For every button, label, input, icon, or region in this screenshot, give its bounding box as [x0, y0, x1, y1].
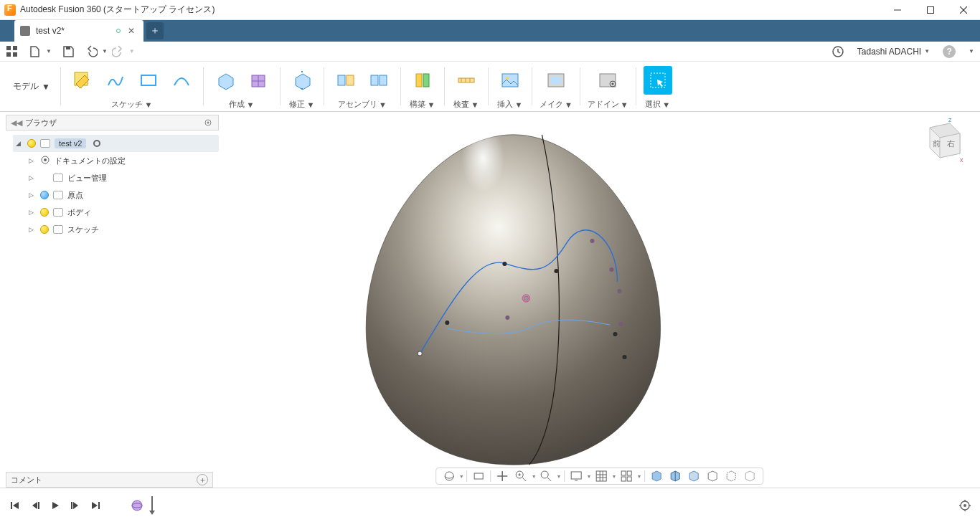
undo-button[interactable] [85, 45, 98, 58]
viewcube-right-label: 右 [947, 139, 955, 148]
tree-item-views[interactable]: ▷ ビュー管理 [13, 169, 219, 186]
expand-icon[interactable]: ▷ [29, 191, 36, 199]
save-button[interactable] [62, 45, 75, 58]
maximize-button[interactable] [914, 0, 947, 20]
construct-plane-button[interactable] [408, 66, 437, 95]
timeline-end-button[interactable] [89, 499, 102, 512]
expand-icon[interactable]: ▷ [29, 209, 36, 216]
wireframe-hidden-button[interactable] [722, 469, 740, 483]
ribbon-group-sketch: スケッチ▼ [64, 62, 200, 111]
expand-icon[interactable]: ◢ [16, 140, 23, 147]
svg-rect-19 [416, 74, 422, 87]
job-status-button[interactable] [831, 45, 844, 58]
insert-decal-button[interactable] [496, 66, 524, 95]
timeline-playhead-icon[interactable] [149, 496, 156, 515]
tree-root[interactable]: ◢ test v2 [13, 135, 219, 152]
activate-radio-icon[interactable] [93, 140, 100, 147]
svg-rect-1 [928, 6, 934, 13]
titlebar: Autodesk Fusion 360 (スタートアップ ライセンス) [0, 0, 980, 20]
svg-rect-73 [71, 502, 72, 509]
visibility-icon[interactable] [40, 191, 49, 199]
help-button[interactable]: ? [943, 45, 956, 58]
ribbon-group-select: 選択▼ [639, 62, 677, 111]
timeline-settings-button[interactable] [958, 499, 971, 512]
document-tabstrip: test v2* ✕ ＋ [0, 20, 980, 42]
tree-item-docset[interactable]: ▷ ドキュメントの設定 [13, 152, 219, 169]
press-pull-button[interactable] [288, 66, 316, 95]
look-at-button[interactable] [471, 469, 488, 483]
select-tool-button[interactable] [644, 66, 672, 95]
timeline-feature-node[interactable] [131, 499, 143, 512]
box-button[interactable] [244, 66, 273, 95]
folder-icon [53, 174, 63, 182]
extrude-button[interactable] [211, 66, 240, 95]
ribbon-group-insert: 挿入▼ [491, 62, 529, 111]
svg-line-54 [523, 478, 527, 481]
orbit-button[interactable] [440, 469, 458, 483]
ribbon-label: 修正 [289, 99, 305, 110]
svg-rect-16 [347, 75, 354, 85]
viewport-canvas[interactable]: z 前 右 x ▼ ▼ ▼ ▼ ▼ ▼ [219, 112, 980, 488]
workspace-switcher[interactable]: モデル ▼ [6, 62, 57, 111]
addins-button[interactable] [593, 66, 622, 95]
tree-item-bodies[interactable]: ▷ ボディ [13, 204, 219, 221]
add-comment-button[interactable]: ＋ [197, 474, 208, 485]
document-icon [20, 26, 30, 36]
display-settings-button[interactable] [568, 469, 585, 483]
svg-rect-59 [572, 472, 582, 479]
viewport-layout-button[interactable] [618, 469, 635, 483]
close-button[interactable] [947, 0, 980, 20]
svg-point-43 [524, 296, 528, 300]
document-tab[interactable]: test v2* ✕ [14, 20, 143, 42]
expand-icon[interactable]: ▷ [29, 174, 36, 181]
visibility-icon[interactable] [40, 225, 49, 234]
as-built-joint-button[interactable] [364, 66, 393, 95]
arc-button[interactable] [167, 66, 196, 95]
gear-icon [40, 155, 50, 167]
user-menu[interactable]: Tadashi ADACHI ▼ [857, 47, 930, 57]
svg-rect-25 [502, 74, 518, 87]
expand-icon[interactable]: ▷ [29, 226, 36, 233]
line-button[interactable] [101, 66, 130, 95]
new-tab-button[interactable]: ＋ [146, 22, 164, 39]
svg-rect-69 [627, 477, 631, 481]
timeline-step-forward-button[interactable] [69, 499, 82, 512]
dropdown-icon: ▼ [42, 82, 50, 92]
redo-button[interactable] [112, 45, 125, 58]
file-menu-button[interactable] [29, 45, 42, 58]
expand-icon[interactable]: ▷ [29, 157, 36, 164]
visibility-icon[interactable] [27, 139, 36, 148]
wireframe-visible-button[interactable] [741, 469, 758, 483]
wireframe-button[interactable] [704, 469, 721, 483]
rectangle-button[interactable] [134, 66, 163, 95]
tree-item-origin[interactable]: ▷ 原点 [13, 186, 219, 204]
tab-close-button[interactable]: ✕ [126, 26, 136, 36]
minimize-button[interactable] [881, 0, 914, 20]
visibility-icon[interactable] [40, 208, 49, 217]
shaded-style-button[interactable] [648, 469, 665, 483]
grid-settings-button[interactable] [593, 469, 610, 483]
collapse-icon[interactable]: ◀◀ [11, 118, 21, 128]
comments-panel-header[interactable]: コメント ＋ [6, 472, 213, 488]
data-panel-button[interactable] [6, 45, 19, 58]
tree-label: ビュー管理 [67, 173, 107, 184]
shaded-edges-button[interactable] [666, 469, 684, 483]
pin-button[interactable] [202, 117, 214, 128]
3d-print-button[interactable] [542, 66, 570, 95]
timeline-play-button[interactable] [49, 499, 62, 512]
shaded-hidden-button[interactable] [685, 469, 702, 483]
joint-button[interactable] [331, 66, 360, 95]
view-cube[interactable]: z 前 右 x [915, 115, 966, 165]
fit-button[interactable] [538, 469, 555, 483]
pan-button[interactable] [494, 469, 512, 483]
measure-button[interactable] [452, 66, 481, 95]
zoom-button[interactable] [513, 469, 530, 483]
browser-panel-header[interactable]: ◀◀ ブラウザ [6, 115, 219, 130]
timeline-step-back-button[interactable] [29, 499, 42, 512]
svg-rect-18 [380, 75, 387, 85]
tree-label: スケッチ [67, 224, 99, 235]
timeline-start-button[interactable] [9, 499, 22, 512]
create-sketch-button[interactable] [68, 66, 97, 95]
axis-z-label: z [948, 116, 952, 123]
tree-item-sketches[interactable]: ▷ スケッチ [13, 221, 219, 238]
